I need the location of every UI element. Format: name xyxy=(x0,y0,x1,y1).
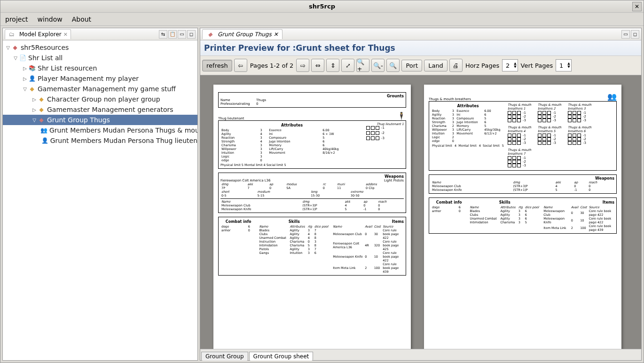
vert-pages-label: Vert Pages xyxy=(520,62,554,69)
diamond-icon: ◆ xyxy=(38,106,45,113)
chevron-down-icon[interactable]: ▼ xyxy=(566,65,571,69)
horz-pages-input[interactable] xyxy=(503,62,513,69)
workbench-body: 🗂 Model Explorer ✕ ⇆ 📋 ▭ ◻ ▽◆ shr5Resour… xyxy=(0,26,644,363)
fit-page-button[interactable]: ⤢ xyxy=(341,59,354,72)
minimize-editor-button[interactable]: ▭ xyxy=(621,30,630,39)
tree-grunt-member-1[interactable]: 👥 Grunt Members Mudan Persona Thugs & mo… xyxy=(3,125,197,135)
preview-page-2: Thugs & mouth breathers 👥 Attributes Bod… xyxy=(424,85,621,349)
explorer-tab-label: Model Explorer xyxy=(19,31,62,38)
menu-window[interactable]: window xyxy=(36,15,64,24)
window-title: shr5rcp xyxy=(309,3,335,10)
close-icon[interactable]: ✕ xyxy=(274,31,278,38)
explorer-tab[interactable]: 🗂 Model Explorer ✕ xyxy=(5,29,71,39)
zoom-reset-button[interactable]: 🔍 xyxy=(386,59,400,72)
print-preview-toolbar: refresh ⇦ Pages 1-2 of 2 ⇨ ⇔ ⇕ ⤢ 🔍+ 🔍- 🔍… xyxy=(200,56,641,75)
view-menu-button[interactable]: 📋 xyxy=(168,30,177,39)
editor-tab-grunt-group[interactable]: ◆ Grunt Group Thugs ✕ xyxy=(202,29,283,39)
maximize-editor-button[interactable]: ◻ xyxy=(631,30,639,39)
resource-icon: ◆ xyxy=(11,44,19,51)
horz-pages-spinner[interactable]: ▲▼ xyxy=(502,59,518,71)
tree-character-group[interactable]: ▷◆ Character Group non player group xyxy=(3,94,197,104)
editor-title: Printer Preview for :Grunt sheet for Thu… xyxy=(200,40,641,56)
menu-project[interactable]: project xyxy=(3,15,30,24)
preview-page-1: Grounts NameThugs Professionalrating0 Th… xyxy=(213,85,411,349)
vert-pages-spinner[interactable]: ▲▼ xyxy=(556,59,571,71)
titlebar: shr5rcp ✕ xyxy=(0,0,644,13)
window-close-button[interactable]: ✕ xyxy=(632,2,642,11)
minimize-view-button[interactable]: ▭ xyxy=(178,30,186,39)
tab-grount-group[interactable]: Grount Group xyxy=(201,352,248,361)
zoom-out-button[interactable]: 🔍- xyxy=(371,59,385,72)
tree-grunt-member-2[interactable]: 👤 Grunt Members Mudan Persona Thug lieut… xyxy=(3,135,197,146)
diamond-icon: ◆ xyxy=(38,116,45,124)
fit-vertical-button[interactable]: ⇕ xyxy=(326,59,339,72)
maximize-view-button[interactable]: ◻ xyxy=(187,30,196,39)
file-icon: 📄 xyxy=(19,54,26,62)
tree-root[interactable]: ▽◆ shr5Resources xyxy=(3,42,197,53)
silhouette-icon: 👥 xyxy=(607,92,617,101)
book-icon: 📚 xyxy=(28,64,36,72)
diamond-icon: ◆ xyxy=(206,31,214,38)
tree-grunt-group-thugs[interactable]: ▽◆ Grunt Group Thugs xyxy=(3,115,197,125)
tree-gm-generators[interactable]: ▷◆ Gamemaster Management generators xyxy=(3,104,197,115)
person-icon: 👤 xyxy=(28,75,36,82)
menubar: project window About xyxy=(0,13,644,26)
editor-bottom-tabs: Grount Group Grount Group sheet xyxy=(200,349,641,360)
silhouette-icon: 🕴 xyxy=(397,111,406,120)
tab-grount-group-sheet[interactable]: Grount Group sheet xyxy=(249,352,314,361)
next-page-button[interactable]: ⇨ xyxy=(296,59,309,72)
chevron-down-icon[interactable]: ▼ xyxy=(513,65,517,69)
diamond-icon: ◆ xyxy=(38,95,45,103)
model-tree[interactable]: ▽◆ shr5Resources ▽📄 Shr List all ▷📚 Shr … xyxy=(3,40,197,360)
page-range-label: Pages 1-2 of 2 xyxy=(249,62,295,69)
link-with-editor-button[interactable]: ⇆ xyxy=(159,30,167,39)
landscape-button[interactable]: Land xyxy=(424,60,448,71)
tree-icon: 🗂 xyxy=(8,31,16,38)
print-button[interactable]: 🖨 xyxy=(449,59,463,72)
portrait-button[interactable]: Port xyxy=(401,60,422,71)
refresh-button[interactable]: refresh xyxy=(202,60,232,71)
close-icon[interactable]: ✕ xyxy=(63,32,68,38)
model-explorer-view: 🗂 Model Explorer ✕ ⇆ 📋 ▭ ◻ ▽◆ shr5Resour… xyxy=(2,28,198,361)
grunt-icon: 👥 xyxy=(40,126,47,134)
tree-player-management[interactable]: ▷👤 Player Management my player xyxy=(3,73,197,84)
vert-pages-input[interactable] xyxy=(556,62,566,69)
tree-shr-list-all[interactable]: ▽📄 Shr List all xyxy=(3,53,197,63)
diamond-icon: ◆ xyxy=(28,85,36,93)
prev-page-button[interactable]: ⇦ xyxy=(234,59,247,72)
tree-shr-list-resourcen[interactable]: ▷📚 Shr List resourcen xyxy=(3,63,197,73)
zoom-in-button[interactable]: 🔍+ xyxy=(356,59,369,72)
fit-horizontal-button[interactable]: ⇔ xyxy=(311,59,324,72)
editor-area: ◆ Grunt Group Thugs ✕ ▭ ◻ Printer Previe… xyxy=(200,28,642,361)
tree-gamemaster-management[interactable]: ▽◆ Gamemaster Management my game stuff xyxy=(3,84,197,94)
print-preview-area[interactable]: Grounts NameThugs Professionalrating0 Th… xyxy=(200,75,641,349)
app-window: shr5rcp ✕ project window About 🗂 Model E… xyxy=(0,0,644,363)
editor-tabstrip: ◆ Grunt Group Thugs ✕ ▭ ◻ xyxy=(200,28,641,40)
horz-pages-label: Horz Pages xyxy=(464,62,500,69)
explorer-header: 🗂 Model Explorer ✕ ⇆ 📋 ▭ ◻ xyxy=(3,28,197,40)
grunt-icon: 👤 xyxy=(41,137,48,144)
menu-about[interactable]: About xyxy=(70,15,93,24)
